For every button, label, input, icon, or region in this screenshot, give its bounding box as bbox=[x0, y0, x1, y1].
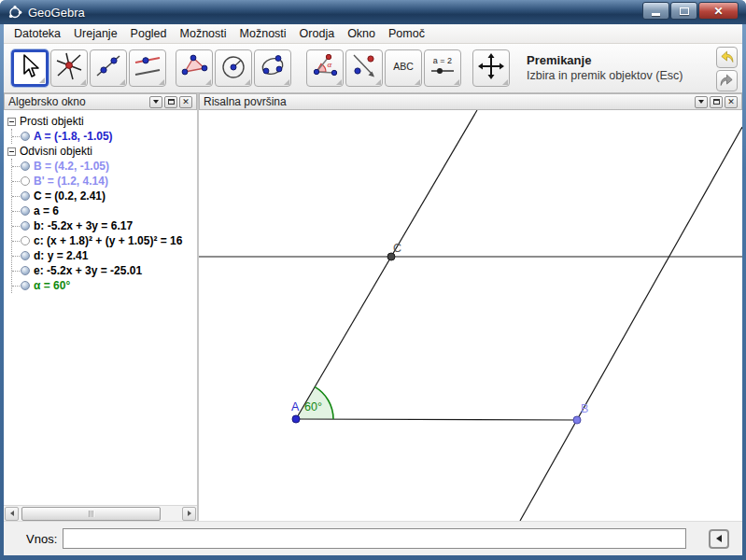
algebra-object-label[interactable]: α = 60° bbox=[34, 279, 70, 292]
algebra-object-label[interactable]: c: (x + 1.8)² + (y + 1.05)² = 16 bbox=[34, 234, 182, 247]
label-angle-value[interactable]: 60° bbox=[304, 400, 322, 413]
undo-button[interactable] bbox=[716, 47, 738, 68]
tool-dropdown-arrow-icon[interactable] bbox=[120, 79, 125, 85]
tool-dropdown-arrow-icon[interactable] bbox=[284, 79, 289, 85]
command-input[interactable] bbox=[63, 528, 686, 549]
graphics-close-button[interactable]: ✕ bbox=[725, 96, 738, 108]
visibility-on-icon[interactable] bbox=[21, 206, 30, 216]
visibility-on-icon[interactable] bbox=[21, 161, 30, 171]
line-tool[interactable] bbox=[90, 49, 127, 87]
tool-dropdown-arrow-icon[interactable] bbox=[454, 79, 459, 85]
algebra-object-label[interactable]: d: y = 2.41 bbox=[34, 249, 88, 262]
tool-dropdown-arrow-icon[interactable] bbox=[80, 79, 86, 85]
algebra-horizontal-scrollbar[interactable] bbox=[4, 505, 197, 521]
algebra-object-row[interactable]: C = (0.2, 2.41) bbox=[12, 189, 197, 203]
maximize-button[interactable] bbox=[670, 2, 697, 20]
menu-item-1[interactable]: Urejanje bbox=[67, 24, 124, 43]
tool-dropdown-arrow-icon[interactable] bbox=[159, 79, 164, 85]
graphics-maximize-button[interactable] bbox=[710, 96, 723, 108]
algebra-object-row[interactable]: B = (4.2, -1.05) bbox=[12, 159, 197, 174]
tool-dropdown-arrow-icon[interactable] bbox=[336, 79, 342, 85]
expand-toggle-icon[interactable] bbox=[7, 147, 16, 156]
slider-tool[interactable]: a = 2 bbox=[424, 49, 461, 87]
algebra-object-label[interactable]: B' = (1.2, 4.14) bbox=[34, 175, 108, 188]
graphics-menu-button[interactable] bbox=[695, 96, 708, 108]
move-tool[interactable] bbox=[11, 49, 49, 87]
maximize-panel-icon bbox=[168, 99, 175, 105]
scroll-right-button[interactable] bbox=[182, 507, 196, 521]
scrollbar-grip-icon bbox=[92, 511, 93, 517]
algebra-close-button[interactable]: ✕ bbox=[179, 96, 192, 108]
title-bar[interactable]: GeoGebra ✕ bbox=[0, 0, 746, 24]
algebra-object-row[interactable]: B' = (1.2, 4.14) bbox=[12, 174, 197, 189]
algebra-object-label[interactable]: A = (-1.8, -1.05) bbox=[34, 130, 113, 143]
algebra-object-row[interactable]: A = (-1.8, -1.05) bbox=[12, 129, 197, 144]
reflect-tool[interactable] bbox=[345, 49, 383, 87]
segment-a[interactable] bbox=[296, 419, 577, 420]
algebra-object-row[interactable]: α = 60° bbox=[12, 278, 197, 293]
tool-dropdown-arrow-icon[interactable] bbox=[415, 79, 420, 85]
visibility-on-icon[interactable] bbox=[21, 132, 30, 141]
algebra-object-label[interactable]: C = (0.2, 2.41) bbox=[34, 189, 106, 203]
close-button[interactable]: ✕ bbox=[698, 2, 739, 20]
menu-item-6[interactable]: Okno bbox=[341, 24, 382, 43]
minimize-button[interactable] bbox=[642, 2, 669, 20]
algebra-object-row[interactable]: e: -5.2x + 3y = -25.01 bbox=[12, 263, 197, 278]
algebra-object-label[interactable]: e: -5.2x + 3y = -25.01 bbox=[34, 264, 142, 277]
algebra-object-label[interactable]: B = (4.2, -1.05) bbox=[34, 160, 109, 173]
circle-tool[interactable] bbox=[215, 49, 252, 87]
visibility-on-icon[interactable] bbox=[21, 221, 30, 231]
algebra-object-label[interactable]: b: -5.2x + 3y = 6.17 bbox=[34, 219, 133, 232]
label-point-b[interactable]: B bbox=[581, 402, 588, 415]
expand-toggle-icon[interactable] bbox=[7, 118, 16, 126]
visibility-on-icon[interactable] bbox=[21, 266, 30, 275]
point-a[interactable] bbox=[292, 415, 300, 423]
visibility-on-icon[interactable] bbox=[21, 191, 30, 201]
conic-tool[interactable] bbox=[254, 49, 291, 87]
line-e[interactable] bbox=[520, 127, 742, 521]
menu-item-5[interactable]: Orodja bbox=[293, 24, 342, 43]
algebra-object-row[interactable]: b: -5.2x + 3y = 6.17 bbox=[12, 218, 197, 233]
point-b[interactable] bbox=[573, 416, 581, 424]
algebra-object-label[interactable]: a = 6 bbox=[34, 204, 59, 217]
angle-tool[interactable]: α bbox=[306, 49, 344, 87]
tool-dropdown-arrow-icon[interactable] bbox=[39, 77, 45, 83]
label-point-c[interactable]: C bbox=[393, 242, 401, 255]
algebra-object-row[interactable]: a = 6 bbox=[12, 203, 197, 218]
parallel-line-tool[interactable] bbox=[129, 49, 166, 87]
menu-item-2[interactable]: Pogled bbox=[124, 24, 174, 43]
menu-item-3[interactable]: Možnosti bbox=[174, 24, 233, 43]
algebra-object-row[interactable]: c: (x + 1.8)² + (y + 1.05)² = 16 bbox=[12, 233, 197, 248]
text-tool[interactable]: ABC bbox=[385, 49, 422, 87]
tree-group-label[interactable]: Odvisni objekti bbox=[20, 145, 92, 158]
visibility-on-icon[interactable] bbox=[21, 251, 30, 260]
visibility-off-icon[interactable] bbox=[21, 236, 30, 245]
algebra-object-row[interactable]: d: y = 2.41 bbox=[12, 248, 197, 263]
algebra-maximize-button[interactable] bbox=[164, 96, 177, 108]
conic-tool-icon bbox=[259, 52, 287, 84]
point-tool[interactable] bbox=[50, 49, 88, 87]
scrollbar-track[interactable] bbox=[20, 507, 181, 521]
label-point-a[interactable]: A bbox=[291, 400, 300, 413]
tree-group-label[interactable]: Prosti objekti bbox=[20, 115, 84, 128]
menu-item-4[interactable]: Možnosti bbox=[233, 24, 293, 43]
visibility-off-icon[interactable] bbox=[21, 176, 30, 186]
scroll-left-button[interactable] bbox=[5, 507, 19, 521]
menu-item-7[interactable]: Pomoč bbox=[382, 24, 431, 43]
visibility-on-icon[interactable] bbox=[21, 281, 30, 290]
move-graphics-tool[interactable] bbox=[472, 49, 510, 87]
algebra-menu-button[interactable] bbox=[149, 96, 162, 108]
ray-b[interactable] bbox=[296, 110, 477, 419]
input-help-button[interactable] bbox=[709, 529, 729, 549]
menu-item-0[interactable]: Datoteka bbox=[7, 24, 67, 43]
graphics-canvas[interactable]: A60°BC bbox=[199, 110, 742, 521]
active-tool-name: Premikanje bbox=[527, 52, 683, 69]
toolbar: αABCa = 2 Premikanje Izbira in premik ob… bbox=[4, 44, 742, 93]
redo-button[interactable] bbox=[716, 70, 738, 91]
scrollbar-thumb[interactable] bbox=[21, 507, 161, 521]
tool-dropdown-arrow-icon[interactable] bbox=[245, 79, 250, 85]
tool-dropdown-arrow-icon[interactable] bbox=[502, 79, 508, 85]
polygon-tool[interactable] bbox=[176, 49, 213, 87]
tool-dropdown-arrow-icon[interactable] bbox=[375, 79, 381, 85]
tool-dropdown-arrow-icon[interactable] bbox=[205, 79, 211, 85]
